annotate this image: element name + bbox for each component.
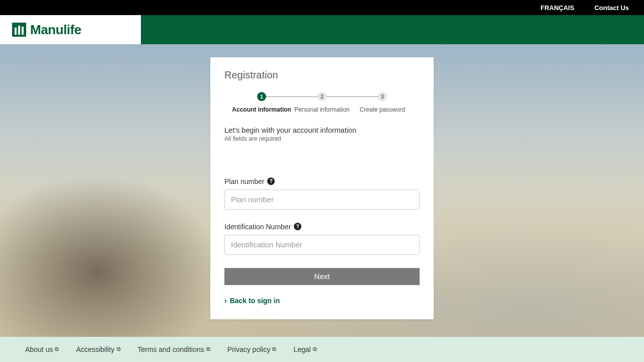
footer-link-text: About us: [25, 345, 53, 353]
back-to-signin-link[interactable]: › Back to sign in: [224, 297, 280, 305]
footer-link-accessibility[interactable]: Accessibility⧉: [76, 345, 120, 353]
language-link[interactable]: FRANÇAIS: [540, 4, 574, 12]
brand-box: Manulife: [0, 15, 141, 44]
lead-text: Let's begin with your account informatio…: [224, 126, 420, 134]
card-title: Registration: [224, 69, 420, 81]
sub-text: All fields are required: [224, 135, 420, 142]
external-link-icon: ⧉: [117, 346, 121, 352]
plan-number-label: Plan number ?: [224, 177, 420, 186]
footer-link-privacy[interactable]: Privacy policy⧉: [227, 345, 277, 353]
brand-name: Manulife: [30, 22, 81, 38]
next-button[interactable]: Next: [224, 268, 420, 285]
step-3: 3 Create password: [352, 92, 413, 114]
external-link-icon: ⧉: [55, 346, 59, 352]
step-2: 2 Personal information: [292, 92, 352, 114]
step-circle: 1: [257, 92, 266, 101]
step-label: Personal information: [294, 106, 350, 114]
chevron-right-icon: ›: [224, 297, 227, 305]
step-circle: 3: [378, 92, 387, 101]
contact-link[interactable]: Contact Us: [594, 4, 629, 12]
step-1: 1 Account information: [231, 92, 292, 114]
step-label: Create password: [360, 106, 406, 114]
identification-number-label-text: Identification Number: [224, 223, 291, 231]
back-link-text: Back to sign in: [230, 297, 280, 305]
external-link-icon: ⧉: [272, 346, 276, 352]
registration-card: Registration 1 Account information 2 Per…: [210, 57, 434, 319]
footer-link-about[interactable]: About us⧉: [25, 345, 59, 353]
external-link-icon: ⧉: [313, 346, 317, 352]
footer-link-terms[interactable]: Terms and conditions⧉: [138, 345, 210, 353]
manulife-logo-icon: [12, 23, 26, 37]
footer-link-text: Accessibility: [76, 345, 114, 353]
external-link-icon: ⧉: [206, 346, 210, 352]
footer-link-text: Privacy policy: [227, 345, 271, 353]
brand-bar: Manulife: [0, 15, 644, 44]
step-indicator: 1 Account information 2 Personal informa…: [224, 92, 420, 114]
footer-link-text: Legal: [293, 345, 310, 353]
footer-link-text: Terms and conditions: [138, 345, 204, 353]
footer: About us⧉ Accessibility⧉ Terms and condi…: [0, 337, 644, 362]
plan-number-label-text: Plan number: [224, 177, 264, 186]
step-label: Account information: [232, 106, 291, 114]
identification-number-label: Identification Number ?: [224, 223, 420, 231]
plan-number-input[interactable]: [224, 190, 420, 210]
help-icon[interactable]: ?: [294, 223, 301, 230]
footer-link-legal[interactable]: Legal⧉: [293, 345, 316, 353]
step-circle: 2: [317, 92, 327, 101]
identification-number-input[interactable]: [224, 235, 420, 255]
help-icon[interactable]: ?: [267, 177, 275, 185]
hero-background: Registration 1 Account information 2 Per…: [0, 44, 644, 337]
topbar: FRANÇAIS Contact Us: [0, 0, 644, 15]
